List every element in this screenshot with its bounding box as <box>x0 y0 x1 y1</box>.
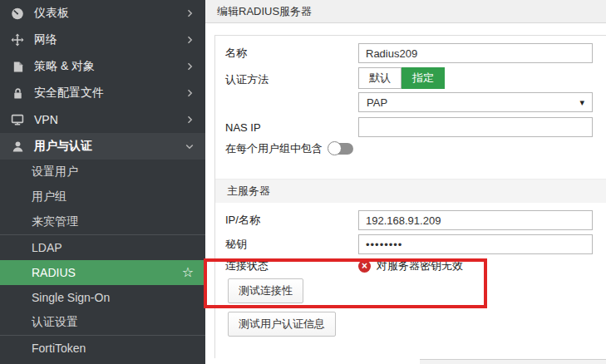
auth-method-label: 认证方法 <box>225 72 358 87</box>
secret-input[interactable] <box>358 234 593 254</box>
next-section-bar-partial <box>420 359 606 364</box>
connection-status-label: 连接状态 <box>225 258 358 273</box>
status-message-text: 对服务器密钥无效 <box>377 258 463 273</box>
auth-protocol-select[interactable]: PAP ▾ <box>358 92 593 112</box>
sidebar-item-label: 仪表板 <box>34 6 175 21</box>
auth-method-controls: 默认 指定 PAP ▾ <box>358 67 593 112</box>
sidebar-subitem-label: 设置用户 <box>32 165 78 180</box>
test-user-credentials-button[interactable]: 测试用户认证信息 <box>228 312 336 337</box>
toggle-knob <box>328 141 342 155</box>
include-groups-row: 在每个用户组中包含 <box>225 141 593 156</box>
main-content: 编辑RADIUS服务器 名称 认证方法 默认 指定 PAP ▾ <box>205 0 606 364</box>
sidebar-subitem-guest-management[interactable]: 来宾管理 <box>0 209 205 234</box>
sidebar-subitem-single-sign-on[interactable]: Single Sign-On <box>0 285 205 310</box>
error-circle-icon: × <box>358 260 371 273</box>
page-title-bar: 编辑RADIUS服务器 <box>205 0 606 23</box>
sidebar-item-policy-objects[interactable]: 策略 & 对象 <box>0 53 205 80</box>
policy-page-icon <box>10 60 25 73</box>
user-icon <box>10 140 25 153</box>
sidebar-subitem-label: LDAP <box>32 241 62 254</box>
sidebar-subitem-user-groups[interactable]: 用户组 <box>0 184 205 209</box>
sidebar-item-vpn[interactable]: VPN <box>0 106 205 133</box>
sidebar-subitem-fortitoken[interactable]: FortiToken <box>0 336 205 361</box>
auth-default-button[interactable]: 默认 <box>358 67 402 89</box>
sidebar-item-label: 策略 & 对象 <box>34 59 175 74</box>
sidebar-subitem-label: 用户组 <box>32 189 67 204</box>
sidebar-item-label: 用户与认证 <box>34 139 175 154</box>
sidebar-item-dashboard[interactable]: 仪表板 <box>0 0 205 27</box>
sidebar-subitem-radius[interactable]: RADIUS ☆ <box>0 260 205 285</box>
sidebar-item-label: 安全配置文件 <box>34 86 175 101</box>
sidebar-item-label: 网络 <box>34 32 175 47</box>
sidebar: 仪表板 网络 策略 & 对象 <box>0 0 205 364</box>
chevron-down-icon: ▾ <box>579 97 584 108</box>
auth-specify-button[interactable]: 指定 <box>402 67 445 89</box>
connection-status-row: 连接状态 × 对服务器密钥无效 <box>225 258 593 273</box>
chevron-down-icon <box>185 141 195 151</box>
sidebar-subitem-label: Single Sign-On <box>32 291 110 304</box>
auth-protocol-value: PAP <box>367 96 387 109</box>
monitor-icon <box>10 113 25 126</box>
lock-icon <box>10 86 25 100</box>
sidebar-item-network[interactable]: 网络 <box>0 27 205 53</box>
sidebar-subitem-label: RADIUS <box>32 266 76 279</box>
app-window: 仪表板 网络 策略 & 对象 <box>0 0 606 364</box>
auth-method-segmented-control: 默认 指定 <box>358 67 593 89</box>
ip-name-row: IP/名称 <box>225 210 593 230</box>
sidebar-item-security-profiles[interactable]: 安全配置文件 <box>0 80 205 106</box>
primary-server-heading: 主服务器 <box>227 184 270 197</box>
sidebar-subitem-authentication-settings[interactable]: 认证设置 <box>0 310 205 335</box>
auth-method-row: 认证方法 默认 指定 PAP ▾ <box>225 67 593 112</box>
ip-name-input[interactable] <box>358 210 593 230</box>
chevron-right-icon <box>185 8 195 18</box>
test-connectivity-row: 测试连接性 <box>225 278 593 303</box>
include-groups-toggle[interactable] <box>328 143 353 155</box>
sidebar-subitem-label: 来宾管理 <box>32 214 78 229</box>
include-groups-label: 在每个用户组中包含 <box>225 141 323 156</box>
gauge-icon <box>10 7 25 20</box>
connection-status-message: × 对服务器密钥无效 <box>358 258 463 273</box>
test-credentials-row: 测试用户认证信息 <box>225 312 593 337</box>
sidebar-subitem-user-definition[interactable]: 设置用户 <box>0 160 205 184</box>
name-label: 名称 <box>225 46 358 61</box>
secret-label: 秘钥 <box>225 237 358 252</box>
radius-server-form: 名称 认证方法 默认 指定 PAP ▾ NAS IP <box>214 35 606 358</box>
page-title: 编辑RADIUS服务器 <box>217 4 312 19</box>
star-icon[interactable]: ☆ <box>182 266 194 279</box>
test-connectivity-button[interactable]: 测试连接性 <box>228 278 303 303</box>
sidebar-subitem-label: 认证设置 <box>32 315 78 330</box>
chevron-right-icon <box>185 35 195 45</box>
sidebar-item-user-authentication[interactable]: 用户与认证 <box>0 133 205 160</box>
ip-name-label: IP/名称 <box>225 213 358 228</box>
name-input[interactable] <box>358 43 593 63</box>
nas-ip-row: NAS IP <box>225 117 593 137</box>
chevron-right-icon <box>185 88 195 98</box>
chevron-right-icon <box>185 61 195 71</box>
sidebar-subitem-label: FortiToken <box>32 342 86 355</box>
chevron-right-icon <box>185 115 195 125</box>
sidebar-subitem-ldap[interactable]: LDAP <box>0 235 205 260</box>
sidebar-item-label: VPN <box>34 113 175 126</box>
nas-ip-input[interactable] <box>358 117 593 137</box>
move-arrows-icon <box>10 33 25 47</box>
primary-server-section-header: 主服务器 <box>215 179 606 203</box>
nas-ip-label: NAS IP <box>225 121 358 134</box>
name-row: 名称 <box>225 43 593 63</box>
secret-row: 秘钥 <box>225 234 593 254</box>
